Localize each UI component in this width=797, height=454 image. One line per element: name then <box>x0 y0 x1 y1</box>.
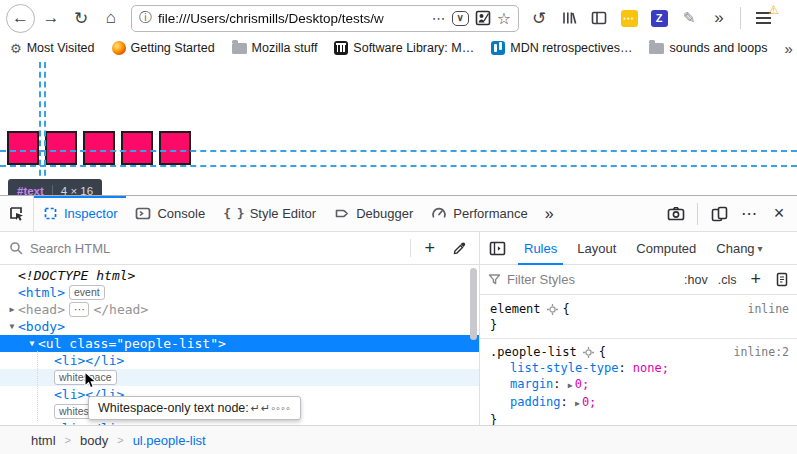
expand-panel-button[interactable] <box>480 232 514 264</box>
whitespace-tooltip: Whitespace-only text node: ↵↵◦◦◦◦ <box>88 396 301 420</box>
property-value: 0 <box>575 377 582 391</box>
extension-zotero-button[interactable]: Z <box>645 4 673 32</box>
pick-element-button[interactable] <box>0 196 34 231</box>
event-badge[interactable]: event <box>69 285 105 300</box>
url-bar[interactable]: ⓘ ⋯ ∨ ☆ <box>131 5 519 32</box>
twisty-collapsed-icon[interactable]: ▶ <box>575 399 580 408</box>
filter-styles-input[interactable] <box>507 272 676 287</box>
new-stylesheet-icon[interactable] <box>773 272 789 287</box>
responsive-design-icon <box>711 206 728 222</box>
bookmark-mozilla-stuff[interactable]: Mozilla stuff <box>232 41 318 55</box>
add-rule-button[interactable]: + <box>744 269 767 290</box>
toggle-hover-pseudo-button[interactable]: :hov <box>682 273 710 287</box>
declaration-padding[interactable]: padding: ▶0; <box>480 394 797 412</box>
home-button[interactable]: ⌂ <box>97 4 125 32</box>
warning-badge-icon: ⚠ <box>768 4 779 16</box>
toolbar-overflow-button[interactable]: » <box>705 4 733 32</box>
rule-people-list[interactable]: .people-list{inline:2 <box>480 344 797 360</box>
markup-row-html[interactable]: <html> event <box>0 284 479 301</box>
search-divider <box>410 239 411 257</box>
tab-changes[interactable]: Chang ▾ <box>706 232 772 264</box>
tab-computed[interactable]: Computed <box>626 232 706 264</box>
site-info-icon[interactable]: ⓘ <box>139 9 152 27</box>
breadcrumb-body[interactable]: body <box>80 433 108 448</box>
rule-element[interactable]: element{inline <box>480 301 797 317</box>
body-open-tag: <body> <box>18 318 65 335</box>
tab-style-editor[interactable]: { } Style Editor <box>214 196 325 231</box>
eyedropper-button[interactable] <box>448 237 470 259</box>
bookmark-getting-started[interactable]: Getting Started <box>112 41 215 55</box>
tab-console[interactable]: Console <box>126 196 214 231</box>
bookmark-software-library[interactable]: Software Library: M… <box>334 41 474 55</box>
bookmark-most-visited[interactable]: ⚙ Most Visited <box>10 41 95 56</box>
extension-yellow-button[interactable]: ⋯ <box>615 4 643 32</box>
breadcrumb-ul-people-list[interactable]: ul.people-list <box>133 433 206 448</box>
page-actions-icon[interactable]: ⋯ <box>432 10 446 26</box>
rule-source-link[interactable]: inline <box>747 301 789 317</box>
tab-inspector[interactable]: Inspector <box>34 196 126 231</box>
devtools: Inspector Console { } Style Editor Debug… <box>0 195 797 454</box>
markup-row-li[interactable]: <li></li> <box>0 352 479 369</box>
bookmark-mdn-retrospectives[interactable]: MDN retrospectives… <box>491 41 632 55</box>
rule-source-link[interactable]: inline:2 <box>734 344 789 360</box>
devtools-second-row: + Rules Layout Computed Chang ▾ <box>0 232 797 265</box>
history-button[interactable]: ↺ <box>525 4 553 32</box>
declaration-margin[interactable]: margin: ▶0; <box>480 376 797 394</box>
tab-debugger[interactable]: Debugger <box>325 196 422 231</box>
tab-performance[interactable]: Performance <box>422 196 536 231</box>
forward-button[interactable]: → <box>37 4 65 32</box>
collapsed-ellipsis-badge[interactable]: ⋯ <box>69 302 90 317</box>
highlighter-guide-vertical <box>44 62 46 195</box>
back-button[interactable]: ← <box>6 4 35 33</box>
colon: : <box>553 377 560 391</box>
tab-label: Debugger <box>356 206 413 221</box>
markup-row-body[interactable]: ▼ <body> <box>0 318 479 335</box>
devtools-body: <!DOCTYPE html> <html> event ▶ <head> ⋯ … <box>0 265 797 425</box>
tab-rules[interactable]: Rules <box>514 232 567 264</box>
bookmark-label: sounds and loops <box>669 41 767 55</box>
browser-window: ← → ↻ ⌂ ⓘ ⋯ ∨ ☆ ↺ ⋯ Z ✎ » ⚠ <box>0 0 797 454</box>
bookmark-sounds-and-loops[interactable]: sounds and loops <box>649 41 767 55</box>
library-building-icon <box>334 41 348 55</box>
doctype-text: <!DOCTYPE html> <box>18 267 135 284</box>
twisty-collapsed-icon[interactable]: ▶ <box>568 381 573 390</box>
twisty-expanded-icon[interactable]: ▼ <box>26 335 38 352</box>
declaration-list-style-type[interactable]: list-style-type: none; <box>480 360 797 376</box>
library-button[interactable] <box>555 4 583 32</box>
bookmark-star-icon[interactable]: ☆ <box>497 9 511 28</box>
tab-layout[interactable]: Layout <box>567 232 626 264</box>
pocket-icon[interactable]: ∨ <box>452 11 469 26</box>
markup-row-whitespace[interactable]: whitespace <box>0 369 479 386</box>
firefox-icon <box>112 41 126 55</box>
markup-row-head[interactable]: ▶ <head> ⋯ </head> <box>0 301 479 318</box>
tooltip-text: Whitespace-only text node: <box>98 401 249 415</box>
bookmarks-overflow-button[interactable]: » <box>784 40 797 57</box>
responsive-design-button[interactable] <box>705 200 733 228</box>
markup-row-ul-selected[interactable]: ▼ <ul class="people-list"> <box>0 335 479 352</box>
twisty-expanded-icon[interactable]: ▼ <box>6 318 18 335</box>
sidebar-button[interactable] <box>585 4 613 32</box>
markup-row-doctype[interactable]: <!DOCTYPE html> <box>0 267 479 284</box>
brace: { <box>599 345 606 359</box>
devtools-settings-button[interactable]: ⋯ <box>735 200 763 228</box>
pencil-icon: ✎ <box>683 9 696 27</box>
twisty-collapsed-icon[interactable]: ▶ <box>6 301 18 318</box>
toggle-classes-button[interactable]: .cls <box>716 273 739 287</box>
highlight-selector-icon[interactable] <box>547 304 558 315</box>
url-input[interactable] <box>158 11 426 26</box>
devtools-tabs-overflow-button[interactable]: » <box>537 196 562 231</box>
extension-notes-button[interactable]: ✎ <box>675 4 703 32</box>
screenshot-button[interactable] <box>662 200 690 228</box>
devtools-close-button[interactable]: × <box>765 200 793 228</box>
highlight-selector-icon[interactable] <box>583 347 594 358</box>
search-html-input[interactable] <box>30 241 403 256</box>
devtools-toolbar: Inspector Console { } Style Editor Debug… <box>0 196 797 232</box>
breadcrumb-html[interactable]: html <box>31 433 56 448</box>
add-node-button[interactable]: + <box>418 238 441 259</box>
extension-avatar-icon[interactable] <box>475 10 491 26</box>
app-menu-button[interactable]: ⚠ <box>748 4 778 32</box>
markup-scrollbar[interactable] <box>470 268 477 340</box>
markup-search-bar: + <box>0 232 480 264</box>
bookmark-label: Mozilla stuff <box>252 41 318 55</box>
reload-button[interactable]: ↻ <box>67 4 95 32</box>
